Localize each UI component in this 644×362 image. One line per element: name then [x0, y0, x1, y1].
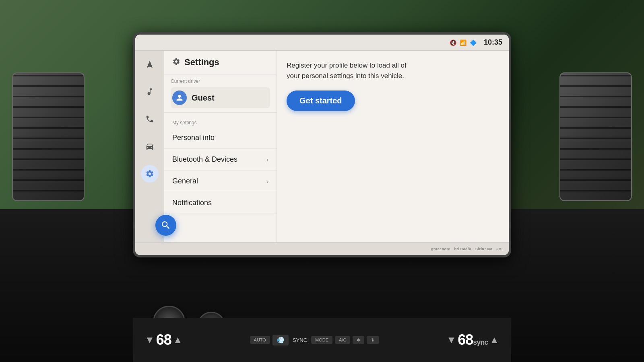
main-content: Settings Current driver Guest My setting…	[135, 51, 509, 242]
vent-left	[12, 72, 85, 201]
bluetooth-arrow-icon: ›	[266, 156, 268, 163]
general-arrow-icon: ›	[266, 178, 268, 185]
volume-off-icon: 🔇	[450, 39, 456, 46]
general-label: General	[172, 177, 198, 185]
ac-btn[interactable]: A/C	[335, 336, 350, 344]
footer-bar: gracenote hd Radio SiriusXM JBL	[135, 242, 509, 255]
nav-item-navigation[interactable]	[141, 56, 159, 73]
search-fab-button[interactable]	[155, 215, 176, 236]
get-started-button[interactable]: Get started	[287, 90, 355, 111]
bluetooth-icon: 🔷	[470, 39, 477, 46]
personal-info-label: Personal info	[172, 134, 215, 142]
content-panel: Register your profile below to load all …	[277, 51, 509, 242]
hd-radio-brand: hd Radio	[454, 247, 471, 251]
temp-up-left-icon[interactable]: ▲	[173, 334, 183, 346]
status-icons: 🔇 📶 🔷	[450, 39, 477, 46]
menu-item-notifications[interactable]: Notifications	[164, 192, 277, 214]
sync-label: SYNC	[293, 337, 307, 343]
temp-up-right-icon[interactable]: ▲	[489, 334, 499, 346]
nav-item-music[interactable]	[141, 83, 159, 101]
menu-item-general[interactable]: General ›	[164, 171, 277, 192]
menu-section: My settings Personal info Bluetooth & De…	[164, 113, 277, 242]
my-settings-label: My settings	[164, 117, 277, 127]
bluetooth-devices-label: Bluetooth & Devices	[172, 155, 237, 164]
settings-title: Settings	[184, 57, 219, 68]
driver-avatar	[172, 90, 187, 105]
settings-gear-icon	[172, 58, 180, 68]
defrost-btn[interactable]: ❄	[353, 336, 364, 344]
sync-indicator: sync	[473, 338, 488, 346]
driver-name: Guest	[192, 93, 215, 103]
left-temp-area: ▼ 68 ▲	[145, 331, 183, 348]
network-icon: 📶	[460, 39, 466, 46]
screen-bezel: 🔇 📶 🔷 10:35	[133, 32, 511, 257]
nav-sidebar	[135, 51, 164, 242]
right-temp-value: 68	[458, 331, 473, 348]
clock-display: 10:35	[484, 38, 502, 47]
menu-item-personal-info[interactable]: Personal info	[164, 127, 277, 149]
left-temp-display: 68	[156, 331, 171, 348]
mode-btn[interactable]: MODE	[311, 336, 332, 344]
right-temp-display: 68sync	[458, 331, 488, 348]
climate-bar: ▼ 68 ▲ AUTO 💨 SYNC MODE A/C ❄ 🌡 ▼ 68sync…	[133, 318, 511, 362]
notifications-label: Notifications	[172, 199, 212, 207]
siriusxm-brand: SiriusXM	[475, 247, 493, 251]
temp-down-right-icon[interactable]: ▼	[446, 334, 456, 346]
nav-item-settings[interactable]	[141, 165, 159, 183]
temp-down-left-icon[interactable]: ▼	[145, 334, 155, 346]
nav-item-vehicle[interactable]	[141, 138, 159, 155]
nav-item-phone[interactable]	[141, 110, 159, 128]
settings-header: Settings	[164, 51, 277, 74]
screen: 🔇 📶 🔷 10:35	[135, 35, 509, 255]
gracenote-brand: gracenote	[431, 247, 450, 251]
right-temp-area: ▼ 68sync ▲	[446, 331, 499, 348]
vent-right	[559, 72, 632, 201]
status-bar: 🔇 📶 🔷 10:35	[135, 35, 509, 51]
jbl-brand: JBL	[496, 247, 504, 251]
current-driver-label: Current driver	[171, 78, 270, 84]
settings-panel: Settings Current driver Guest My setting…	[164, 51, 277, 242]
rear-defrost-btn[interactable]: 🌡	[367, 336, 379, 344]
fan-btn[interactable]: 💨	[272, 335, 289, 346]
climate-controls: AUTO 💨 SYNC MODE A/C ❄ 🌡	[250, 335, 380, 346]
auto-btn[interactable]: AUTO	[250, 336, 270, 344]
content-description: Register your profile below to load all …	[287, 60, 415, 81]
driver-section: Current driver Guest	[164, 74, 277, 113]
menu-item-bluetooth[interactable]: Bluetooth & Devices ›	[164, 149, 277, 171]
driver-row[interactable]: Guest	[171, 87, 270, 108]
